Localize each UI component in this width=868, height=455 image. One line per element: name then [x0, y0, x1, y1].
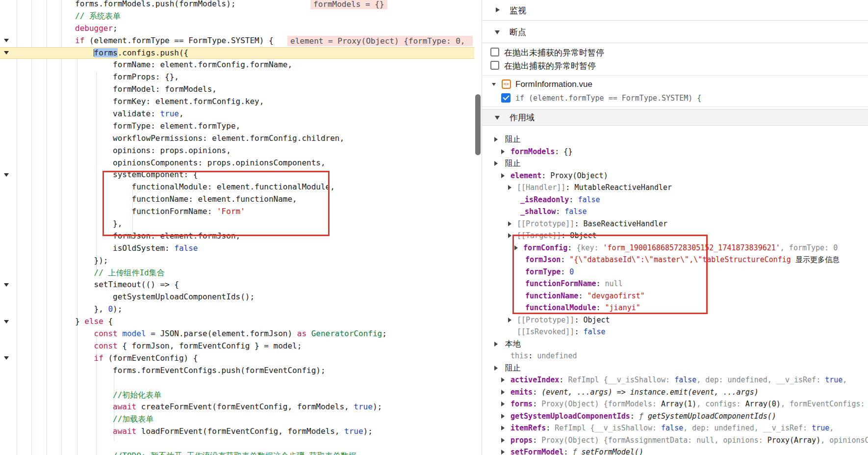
- code-line[interactable]: if (element.formType == FormType.SYSTEM)…: [0, 35, 474, 47]
- code-line[interactable]: formName: element.formConfig.formName,: [0, 59, 474, 71]
- scope-row[interactable]: emits: (event, ...args) => instance.emit…: [482, 386, 868, 399]
- scope-row[interactable]: [[Prototype]]: BaseReactiveHandler: [482, 218, 868, 230]
- breakpoint-entry[interactable]: if (element.formType == FormType.SYSTEM)…: [482, 91, 868, 105]
- breakpoint-enabled-checkbox[interactable]: [501, 93, 511, 103]
- scope-row[interactable]: 阻止: [482, 134, 868, 146]
- scope-row[interactable]: _shallow: false: [482, 206, 868, 218]
- scope-row[interactable]: 阻止: [482, 158, 868, 170]
- show-more-link[interactable]: 显示更多信息: [795, 255, 840, 264]
- scope-row[interactable]: [[Handler]]: MutableReactiveHandler: [482, 182, 868, 194]
- code-line[interactable]: opinions: props.opinions,: [0, 145, 474, 157]
- scope-row[interactable]: 阻止: [482, 362, 868, 375]
- property-value: [791, 255, 795, 264]
- expand-arrow-icon[interactable]: [501, 377, 505, 382]
- code-line[interactable]: debugger;: [0, 23, 474, 35]
- property-value: false: [674, 375, 696, 384]
- fold-arrow-icon[interactable]: [4, 356, 9, 360]
- pause-uncaught-checkbox[interactable]: [490, 48, 499, 56]
- scope-row[interactable]: itemRefs: RefImpl {__v_isShallow: false,…: [482, 422, 868, 434]
- code-line[interactable]: //加载表单: [0, 413, 474, 426]
- code-line[interactable]: getSystemUploadComponentIds();: [0, 291, 474, 303]
- code-line[interactable]: workflowPermissions: element.formConfig.…: [0, 133, 474, 145]
- expanded-arrow-icon[interactable]: [492, 83, 496, 86]
- code-line[interactable]: if (formEventConfig) {: [0, 352, 474, 365]
- scope-row[interactable]: element: Proxy(Object): [482, 170, 868, 182]
- section-breakpoints[interactable]: 断点: [482, 21, 868, 43]
- code-line[interactable]: await createFormEvent(formEventConfig, f…: [0, 401, 474, 413]
- expand-arrow-icon[interactable]: [508, 221, 511, 226]
- expand-arrow-icon[interactable]: [501, 438, 505, 443]
- code-line[interactable]: // 上传组件Id集合: [0, 267, 474, 279]
- fold-arrow-icon[interactable]: [4, 173, 9, 177]
- section-scope[interactable]: 作用域: [482, 109, 868, 126]
- property-name: forms: [511, 400, 533, 408]
- pause-caught-label: 在抛出捕获的异常时暂停: [504, 60, 596, 71]
- pause-uncaught-row[interactable]: 在抛出未捕获的异常时暂停: [482, 46, 868, 59]
- editor-scrollbar[interactable]: [474, 0, 482, 455]
- expand-arrow-icon[interactable]: [501, 149, 505, 154]
- code-token: ;: [113, 24, 118, 33]
- code-line[interactable]: isOldSystem: false: [0, 242, 474, 255]
- code-line[interactable]: formType: element.formType,: [0, 120, 474, 133]
- code-line[interactable]: forms.formModels.push(formModels);formMo…: [0, 0, 474, 10]
- scope-row[interactable]: setFormModel: ƒ setFormModel(): [482, 446, 868, 455]
- code-line[interactable]: [0, 377, 474, 389]
- scope-row[interactable]: formModels: {}: [482, 146, 868, 158]
- property-value: ƒ: [572, 448, 581, 455]
- expand-arrow-icon[interactable]: [494, 366, 498, 371]
- breakpoint-file-group[interactable]: <> FormInformation.vue: [482, 78, 868, 91]
- code-line[interactable]: const model = JSON.parse(element.formJso…: [0, 328, 474, 340]
- expand-arrow-icon[interactable]: [494, 342, 498, 347]
- code-line[interactable]: // 系统表单: [0, 10, 474, 23]
- collapsed-arrow-icon[interactable]: [496, 7, 500, 12]
- code-line[interactable]: formModel: formModels,: [0, 83, 474, 96]
- code-line[interactable]: formProps: {},: [0, 71, 474, 83]
- fold-arrow-icon[interactable]: [4, 51, 9, 54]
- expand-arrow-icon[interactable]: [501, 450, 505, 455]
- expand-arrow-icon[interactable]: [508, 318, 511, 322]
- scope-row[interactable]: activeIndex: RefImpl {__v_isShallow: fal…: [482, 374, 868, 386]
- expand-arrow-icon[interactable]: [494, 137, 498, 142]
- code-line[interactable]: //TODO: 暂不放开 工作流没有获取表单数据这个步骤 获取表单数据: [0, 450, 474, 455]
- scope-row[interactable]: this: undefined: [482, 350, 868, 362]
- scope-row[interactable]: getSystemUploadComponentIds: ƒ getSystem…: [482, 410, 868, 423]
- pause-caught-row[interactable]: 在抛出捕获的异常时暂停: [482, 59, 868, 72]
- scope-row[interactable]: [[IsRevoked]]: false: [482, 326, 868, 338]
- expand-arrow-icon[interactable]: [501, 401, 505, 406]
- expand-arrow-icon[interactable]: [501, 426, 505, 430]
- code-line[interactable]: await loadFormEvent(formEventConfig, for…: [0, 426, 474, 438]
- scope-row[interactable]: forms: Proxy(Object) {formModels: Array(…: [482, 398, 868, 410]
- expand-arrow-icon[interactable]: [494, 161, 498, 166]
- scope-row[interactable]: [[Prototype]]: Object: [482, 314, 868, 326]
- expand-arrow-icon[interactable]: [508, 185, 511, 190]
- expand-arrow-icon[interactable]: [508, 233, 511, 238]
- code-line[interactable]: validate: true,: [0, 108, 474, 120]
- code-line[interactable]: const { formJson, formEventConfig } = mo…: [0, 340, 474, 352]
- expanded-arrow-icon[interactable]: [495, 116, 500, 120]
- code-line[interactable]: //初始化表单: [0, 389, 474, 401]
- fold-arrow-icon[interactable]: [4, 283, 9, 287]
- expand-arrow-icon[interactable]: [501, 390, 505, 395]
- execution-line[interactable]: forms.configs.push({: [0, 47, 474, 59]
- scope-row[interactable]: 本地: [482, 338, 868, 350]
- code-line[interactable]: [0, 438, 474, 450]
- expand-arrow-icon[interactable]: [501, 414, 505, 419]
- expand-arrow-icon[interactable]: [501, 173, 505, 178]
- property-value: ,: [842, 375, 851, 384]
- fold-arrow-icon[interactable]: [4, 39, 9, 42]
- code-line[interactable]: });: [0, 255, 474, 267]
- code-line[interactable]: }, 0);: [0, 303, 474, 316]
- expanded-arrow-icon[interactable]: [495, 30, 500, 34]
- code-line[interactable]: forms.formEventConfigs.push(formEventCon…: [0, 365, 474, 377]
- code-line[interactable]: setTimeout(() => {: [0, 279, 474, 291]
- code-line[interactable]: } else {: [0, 316, 474, 328]
- code-line[interactable]: formKey: element.formConfig.key,: [0, 96, 474, 108]
- fold-arrow-icon[interactable]: [4, 320, 9, 323]
- property-value: , formType: 0: [780, 243, 838, 252]
- scrollbar-thumb[interactable]: [475, 94, 481, 155]
- section-watch[interactable]: 监视: [482, 0, 868, 21]
- pause-caught-checkbox[interactable]: [490, 61, 499, 70]
- scope-row[interactable]: props: Proxy(Object) {formAssignmentData…: [482, 434, 868, 447]
- scope-row[interactable]: _isReadonly: false: [482, 194, 868, 206]
- code-line[interactable]: opinionsComponents: props.opinionsCompon…: [0, 157, 474, 169]
